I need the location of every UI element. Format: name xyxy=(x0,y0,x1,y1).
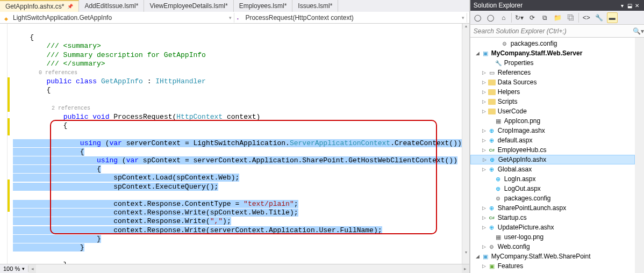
zoom-dropdown[interactable]: 100 % ▾ xyxy=(0,265,28,272)
expand-icon[interactable]: ▷ xyxy=(481,205,488,211)
dropdown-icon[interactable]: ▾ xyxy=(618,3,626,9)
scroll-left-icon[interactable]: ◂ xyxy=(28,264,36,274)
folder-icon xyxy=(488,99,496,105)
tree-item[interactable]: ▷Data Sources xyxy=(470,77,635,87)
preview-button[interactable]: ▬ xyxy=(607,12,618,23)
expand-icon[interactable]: ▷ xyxy=(481,128,488,133)
forward-button[interactable]: ◯ xyxy=(485,12,496,23)
tree-item[interactable]: ▷SharePointLaunch.aspx xyxy=(470,203,635,213)
tree-item-getappinfo[interactable]: ▷GetAppInfo.ashx xyxy=(470,155,635,164)
collapse-button[interactable]: ⧉ xyxy=(540,12,550,23)
showall-button[interactable]: 📁 xyxy=(553,12,563,23)
tab-getappinfo[interactable]: GetAppInfo.ashx.cs*📌 xyxy=(0,0,79,12)
panel-toolbar: ◯ ◯ ⌂ ↻▾ ⟳ ⧉ 📁 ⿻ <> 🔧 ▬ xyxy=(470,11,644,25)
expand-icon[interactable]: ▷ xyxy=(481,167,488,172)
search-icon[interactable]: 🔍▾ xyxy=(632,27,644,35)
expand-icon[interactable]: ▷ xyxy=(481,109,488,114)
scroll-down-icon[interactable]: ▾ xyxy=(463,250,469,256)
folder-icon xyxy=(488,80,496,85)
vertical-scrollbar[interactable]: ▭ ▴ ▾ xyxy=(462,24,469,264)
home-button[interactable]: ⌂ xyxy=(498,12,509,23)
refresh-button[interactable]: ⟳ xyxy=(527,12,538,23)
ashx-icon xyxy=(488,156,497,163)
tab-employees[interactable]: Employees.lsml* xyxy=(234,0,293,12)
code-viewport: { /// <summary> /// Summary description … xyxy=(0,24,469,264)
pin-icon[interactable]: ⬓ xyxy=(626,3,633,9)
expand-icon[interactable]: ◢ xyxy=(475,254,481,259)
panel-titlebar[interactable]: Solution Explorer ▾ ⬓ ✕ xyxy=(470,0,644,11)
tree-item[interactable]: ▷UpdatePicture.ashx xyxy=(470,222,635,232)
expand-icon[interactable]: ▷ xyxy=(481,215,488,220)
tree-label: user-logo.png xyxy=(504,233,543,241)
pin-icon[interactable]: 📌 xyxy=(67,4,73,9)
outline-gutter[interactable] xyxy=(0,24,8,264)
tab-viewemployeedetails[interactable]: ViewEmployeeDetails.lsml* xyxy=(144,0,233,12)
tree-item[interactable]: AppIcon.png xyxy=(470,116,635,126)
chevron-down-icon[interactable]: ▾ xyxy=(462,15,464,20)
tree-label: packages.config xyxy=(504,195,551,202)
tree-item[interactable]: ▷References xyxy=(470,68,635,77)
code-text[interactable]: { /// <summary> /// Summary description … xyxy=(10,24,462,264)
tab-issues[interactable]: Issues.lsml* xyxy=(292,0,338,12)
tree-label: LogOut.aspx xyxy=(504,185,541,192)
crumb-method[interactable]: ProcessRequest(HttpContext context) ▾ xyxy=(234,13,467,23)
tree-item[interactable]: ▷UserCode xyxy=(470,106,635,116)
references-icon xyxy=(488,69,496,76)
tree-item[interactable]: LogOut.aspx xyxy=(470,184,635,193)
tab-label: Employees.lsml* xyxy=(239,2,287,10)
tree-item[interactable]: ▷CropImage.ashx xyxy=(470,126,635,135)
tree-item[interactable]: ▷default.aspx xyxy=(470,135,635,145)
sync-button[interactable]: ↻▾ xyxy=(514,12,525,23)
copy-button[interactable]: ⿻ xyxy=(566,12,576,23)
tree-item[interactable]: ▷Startup.cs xyxy=(470,213,635,222)
tree-label: Startup.cs xyxy=(498,214,527,221)
back-button[interactable]: ◯ xyxy=(473,12,483,23)
ashx-icon xyxy=(488,127,496,134)
tree-item[interactable]: Properties xyxy=(470,58,635,68)
expand-icon[interactable]: ▷ xyxy=(481,89,488,95)
aspx-icon xyxy=(494,185,503,192)
chevron-down-icon[interactable]: ▾ xyxy=(229,15,232,20)
tree-item[interactable]: ▷Helpers xyxy=(470,87,635,97)
expand-icon[interactable]: ▷ xyxy=(481,225,488,230)
tree-item-project[interactable]: ◢MyCompany.Staff.Web.SharePoint xyxy=(470,252,635,261)
tree-item[interactable]: user-logo.png xyxy=(470,232,635,242)
solution-tree[interactable]: packages.config ◢MyCompany.Staff.Web.Ser… xyxy=(470,38,635,273)
tree-item[interactable]: LogIn.aspx xyxy=(470,174,635,184)
expand-icon[interactable]: ▷ xyxy=(481,70,488,75)
tree-item[interactable]: ▷Global.asax xyxy=(470,164,635,174)
expand-icon[interactable]: ◢ xyxy=(475,51,481,56)
expand-icon[interactable]: ▷ xyxy=(481,263,488,269)
tree-item-project[interactable]: ◢MyCompany.Staff.Web.Server xyxy=(470,48,635,58)
tree-label: Helpers xyxy=(498,88,520,96)
expand-icon[interactable]: ▷ xyxy=(481,99,488,104)
horizontal-scrollbar[interactable]: ◂ ▸ xyxy=(28,264,469,274)
tree-item[interactable]: ▷Web.config xyxy=(470,242,635,252)
expand-icon[interactable]: ▷ xyxy=(481,138,488,143)
panel-title-text: Solution Explorer xyxy=(474,2,523,9)
scroll-up-icon[interactable]: ▴ xyxy=(463,24,469,30)
search-box[interactable]: 🔍▾ xyxy=(470,25,644,38)
expand-icon[interactable]: ▷ xyxy=(481,80,488,85)
scroll-right-icon[interactable]: ▸ xyxy=(462,264,469,274)
expand-icon[interactable]: ▷ xyxy=(481,147,488,153)
expand-icon[interactable]: ▷ xyxy=(482,157,488,162)
tree-label: CropImage.ashx xyxy=(498,127,545,134)
tab-bar: GetAppInfo.ashx.cs*📌 AddEditIssue.lsml* … xyxy=(0,0,469,12)
tree-item[interactable]: ▷Features xyxy=(470,261,635,271)
tree-item[interactable]: packages.config xyxy=(470,193,635,203)
search-input[interactable] xyxy=(470,26,632,37)
properties-button[interactable]: 🔧 xyxy=(594,12,605,23)
zoom-value: 100 % xyxy=(3,265,20,272)
close-icon[interactable]: ✕ xyxy=(633,3,641,9)
tree-label: AppIcon.png xyxy=(504,117,540,125)
expand-icon[interactable]: ▷ xyxy=(481,244,488,249)
tab-addeditissue[interactable]: AddEditIssue.lsml* xyxy=(79,0,144,12)
code-button[interactable]: <> xyxy=(581,12,592,23)
crumb-class[interactable]: LightSwitchApplication.GetAppInfo ▾ xyxy=(2,13,234,23)
tree-scrollbar[interactable] xyxy=(635,38,644,273)
tab-label: GetAppInfo.ashx.cs* xyxy=(5,3,64,10)
tree-item[interactable]: ▷EmployeeHub.cs xyxy=(470,145,635,155)
tree-item[interactable]: packages.config xyxy=(470,39,635,48)
tree-item[interactable]: ▷Scripts xyxy=(470,97,635,106)
